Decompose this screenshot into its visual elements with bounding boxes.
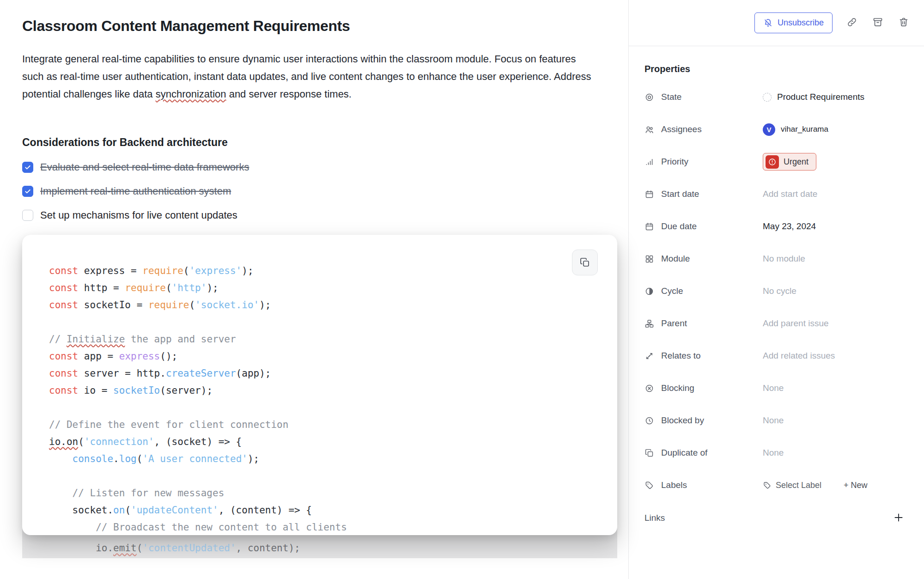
add-label-button[interactable]: + New [844,481,868,490]
archive-icon [872,17,883,28]
property-label-text: Cycle [661,286,683,296]
bell-off-icon [763,18,773,28]
labels-value: Select Label+ New [763,481,906,490]
check-icon [24,164,31,171]
code-line [49,399,617,416]
cycle-icon [644,286,654,296]
property-row-blocking: BlockingNone [644,372,906,404]
add-link-button[interactable] [892,511,906,525]
property-row-due-date: Due dateMay 23, 2024 [644,210,906,243]
code-line [49,314,617,331]
property-row-labels: LabelsSelect Label+ New [644,469,906,501]
blocking-value-text: None [763,383,784,393]
checkbox[interactable] [22,162,33,173]
description-text-end: and server response times. [226,88,352,100]
delete-button[interactable] [897,17,910,30]
bell-off-icon [763,18,773,28]
checklist-item: Evaluate and select real-time data frame… [22,155,596,179]
checkbox[interactable] [22,210,33,221]
property-label-text: Due date [661,221,697,232]
module-value-text: No module [763,254,805,264]
property-label-priority: Priority [644,157,763,167]
code-line: // Broadcast the new content to all clie… [49,519,617,535]
archive-button[interactable] [871,17,884,30]
relates-to-value[interactable]: Add related issues [763,351,906,361]
code-card: const express = require('express');const… [22,235,617,535]
urgent-alert-icon [766,155,779,169]
property-label-duplicate-of: Duplicate of [644,448,763,458]
checkbox[interactable] [22,186,33,197]
link-icon [846,17,857,28]
property-label-text: Blocked by [661,415,704,426]
property-label-blocking: Blocking [644,383,763,393]
property-label-text: Labels [661,480,687,490]
code-line: io.emit('contentUpdated', content); [49,540,617,557]
checklist-item-label: Set up mechanisms for live content updat… [40,209,237,221]
property-label-text: Parent [661,318,687,329]
module-value[interactable]: No module [763,254,906,264]
property-label-cycle: Cycle [644,286,763,296]
due-date-value-text: May 23, 2024 [763,221,816,232]
unsubscribe-button[interactable]: Unsubscribe [754,12,833,33]
copy-code-button[interactable] [572,250,598,275]
code-line: // Initialize the app and server [49,331,617,348]
start-date-icon [644,189,654,199]
code-line [49,468,617,485]
relates-to-icon [644,351,654,361]
module-icon [644,254,654,264]
property-label-text: Assignees [661,124,702,134]
code-lines: const express = require('express');const… [22,235,617,535]
blocked-by-value[interactable]: None [763,415,906,426]
blocked-by-icon [644,416,654,426]
properties-heading: Properties [644,63,906,75]
checklist-item-label: Evaluate and select real-time data frame… [40,161,249,173]
cycle-value[interactable]: No cycle [763,286,906,296]
start-date-value-text: Add start date [763,189,817,199]
plus-icon [893,512,905,524]
issue-sidebar: Unsubscribe Properties StateProduct Requ… [628,0,924,579]
copy-link-button[interactable] [845,17,858,30]
misspelled-word: synchronization [156,88,226,100]
select-label-text: Select Label [776,481,821,490]
issue-content-pane: Classroom Content Management Requirement… [0,0,628,579]
duplicate-of-value[interactable]: None [763,448,906,458]
property-label-relates-to: Relates to [644,351,763,361]
code-line: const socketIo = require('socket.io'); [49,297,617,314]
state-value[interactable]: Product Requirements [763,92,906,102]
property-label-start-date: Start date [644,189,763,199]
priority-value[interactable]: Urgent [763,153,906,171]
priority-text: Urgent [784,157,808,167]
assignee-value[interactable]: Vvihar_kurama [763,123,906,136]
cycle-value-text: No cycle [763,286,796,296]
check-icon [24,188,31,195]
select-label-button[interactable]: Select Label [763,481,821,490]
code-line: const app = express(); [49,348,617,365]
parent-value-text: Add parent issue [763,318,829,329]
property-label-text: Start date [661,189,699,199]
properties-panel: Properties StateProduct RequirementsAssi… [629,46,924,535]
code-line: const express = require('express'); [49,262,617,280]
copy-icon [579,257,590,268]
unsubscribe-label: Unsubscribe [778,18,824,28]
property-row-cycle: CycleNo cycle [644,275,906,307]
checklist-item: Set up mechanisms for live content updat… [22,203,596,227]
checklist: Evaluate and select real-time data frame… [22,155,596,227]
due-date-value[interactable]: May 23, 2024 [763,221,906,232]
checklist-item-label: Implement real-time authentication syste… [40,185,231,197]
property-label-text: State [661,92,681,102]
avatar: V [763,123,775,136]
properties-rows: StateProduct RequirementsAssigneesVvihar… [644,81,906,501]
due-date-icon [644,222,654,232]
priority-icon [644,157,654,167]
assignees-icon [644,125,654,134]
page-title: Classroom Content Management Requirement… [22,18,596,35]
code-line: const io = socketIo(server); [49,382,617,399]
state-value-text: Product Requirements [777,92,864,102]
trash-icon [898,17,909,28]
property-row-module: ModuleNo module [644,243,906,275]
parent-value[interactable]: Add parent issue [763,318,906,329]
links-heading: Links [644,513,665,523]
code-block-section: const express = require('express');const… [22,235,617,558]
start-date-value[interactable]: Add start date [763,189,906,199]
blocking-value[interactable]: None [763,383,906,393]
